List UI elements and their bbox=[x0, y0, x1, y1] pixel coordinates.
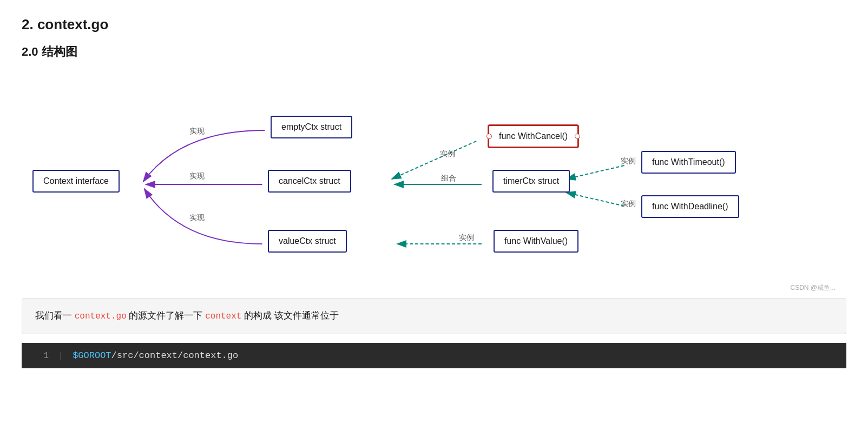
withvalue-node: func WithValue() bbox=[494, 230, 578, 253]
line-number: 1 bbox=[32, 351, 49, 361]
info-text-after: 的构成 该文件通常位于 bbox=[241, 310, 338, 321]
info-text-middle: 的源文件了解一下 bbox=[127, 310, 205, 321]
line-separator: | bbox=[60, 351, 62, 361]
svg-line-4 bbox=[392, 141, 476, 179]
watermark: CSDN @咸鱼... bbox=[790, 283, 836, 293]
timerctx-node: timerCtx struct bbox=[492, 170, 570, 193]
code-block: 1 | $GOROOT/src/context/context.go bbox=[22, 343, 846, 368]
cancelctx-node: cancelCtx struct bbox=[268, 170, 351, 193]
svg-line-7 bbox=[566, 193, 624, 206]
label-realize-2: 实现 bbox=[189, 171, 205, 181]
section-title: 2. context.go bbox=[22, 16, 846, 33]
label-realize-3: 实现 bbox=[189, 213, 205, 223]
emptyctx-node: emptyCtx struct bbox=[271, 116, 352, 138]
label-instance-1: 实例 bbox=[440, 149, 455, 159]
svg-line-6 bbox=[566, 165, 624, 179]
page-container: 2. context.go 2.0 结构图 bbox=[0, 0, 868, 368]
info-code-2: context bbox=[205, 312, 241, 321]
info-text-before: 我们看一 bbox=[35, 310, 75, 321]
code-content: $GOROOT/src/context/context.go bbox=[73, 350, 238, 361]
label-realize-1: 实现 bbox=[189, 127, 205, 136]
withcancel-node: func WithCancel() bbox=[488, 125, 578, 148]
info-box: 我们看一 context.go 的源文件了解一下 context 的构成 该文件… bbox=[22, 298, 846, 334]
diagram-svg bbox=[22, 71, 846, 298]
label-instance-3: 实例 bbox=[621, 199, 636, 209]
code-path: /src/context/context.go bbox=[111, 350, 239, 361]
context-interface-node: Context interface bbox=[32, 170, 120, 193]
subsection-title: 2.0 结构图 bbox=[22, 44, 846, 60]
valuectx-node: valueCtx struct bbox=[268, 230, 347, 253]
withdeadline-node: func WithDeadline() bbox=[641, 195, 739, 218]
goroot-var: $GOROOT bbox=[73, 350, 111, 361]
info-code-1: context.go bbox=[75, 312, 127, 321]
code-line-1: 1 | $GOROOT/src/context/context.go bbox=[22, 343, 846, 368]
label-instance-4: 实例 bbox=[459, 233, 474, 243]
diagram-area: Context interface emptyCtx struct cancel… bbox=[22, 71, 846, 298]
label-instance-2: 实例 bbox=[621, 156, 636, 166]
withtimeout-node: func WithTimeout() bbox=[641, 151, 736, 174]
label-combine: 组合 bbox=[441, 174, 456, 183]
